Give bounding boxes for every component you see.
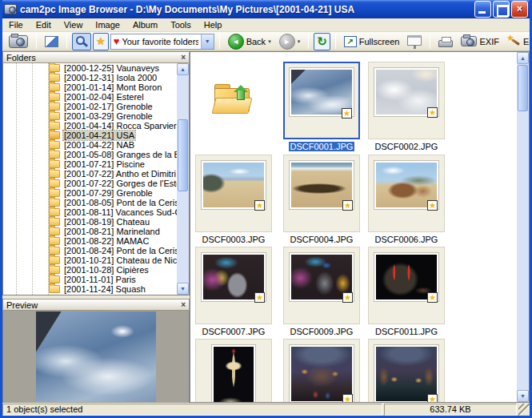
folder-icon	[49, 256, 60, 264]
thumbnail[interactable]: ★	[368, 247, 445, 324]
favorite-folders-combo[interactable]: ♥ Your favorite folders ▼	[110, 34, 214, 50]
toolbar-separator	[308, 34, 309, 49]
thumbnail-selected[interactable]: ★	[283, 62, 360, 139]
thumbnail[interactable]: ★	[195, 247, 272, 324]
folder-icon	[49, 237, 60, 245]
favorite-star-badge: ★	[342, 200, 353, 211]
scroll-down-icon[interactable]: ▼	[517, 390, 529, 402]
thumbnail[interactable]: ★	[283, 155, 360, 232]
menu-view[interactable]: View	[58, 19, 90, 30]
tree-folder[interactable]: [2001-10-28] Cipières	[3, 265, 189, 275]
resize-grip[interactable]	[518, 404, 530, 416]
tree-folder[interactable]: [2001-02-04] Esterel	[3, 92, 189, 102]
folders-close-icon[interactable]: ×	[181, 53, 186, 62]
menu-album[interactable]: Album	[126, 19, 164, 30]
tree-scrollbar-thumb[interactable]	[178, 119, 188, 191]
thumbnail-label: DSCF0002.JPG	[368, 141, 445, 152]
scroll-down-icon[interactable]: ▼	[177, 283, 189, 295]
tree-folder[interactable]: [2001-01-14] Mont Boron	[3, 82, 189, 92]
menu-help[interactable]: Help	[198, 19, 229, 30]
magnifier-icon	[76, 36, 85, 45]
title-bar[interactable]: cam2pc Image Browser - D:\My Documents\M…	[0, 0, 532, 18]
favorite-star-badge: ★	[254, 200, 265, 211]
thumbnail[interactable]: ★	[368, 62, 445, 139]
maximize-button[interactable]	[493, 1, 510, 18]
tree-folder[interactable]: [2001-08-22] MAMAC	[3, 236, 189, 246]
tree-folder[interactable]: [2001-07-21] Piscine	[3, 159, 189, 169]
tree-folder[interactable]: [2001-08-11] Vacances Sud-Ouest	[3, 207, 189, 217]
folder-tree: [2000-12-25] Vaunaveys [2000-12-31] Isol…	[2, 63, 190, 295]
tree-folder[interactable]: [2000-12-25] Vaunaveys	[3, 63, 189, 73]
exif-button[interactable]: EXIF	[458, 33, 502, 50]
menu-edit[interactable]: Edit	[30, 19, 58, 30]
favorites-button[interactable]: ★	[93, 33, 109, 50]
back-dropdown-caret[interactable]: ▾	[268, 38, 271, 45]
forward-dropdown-caret[interactable]: ▾	[298, 38, 301, 45]
grid-cell: ★ DSCF0006.JPG	[368, 155, 445, 245]
combo-dropdown-button[interactable]: ▼	[201, 34, 214, 49]
fullscreen-button[interactable]: ↗ Fullscreen	[341, 33, 403, 50]
tree-folder[interactable]: [2001-04-14] Rocca Sparviera	[3, 121, 189, 131]
thumbnail[interactable]: ★	[283, 247, 360, 324]
image-adjust-icon	[45, 36, 58, 47]
folder-up-icon	[213, 79, 254, 118]
close-button[interactable]: ×	[511, 1, 528, 18]
tree-folder[interactable]: [2001-02-17] Grenoble	[3, 102, 189, 111]
thumbnail[interactable]: ★	[283, 339, 360, 403]
tree-folder[interactable]: [2001-07-22] Antho et Dimitri	[3, 169, 189, 179]
tree-folder[interactable]: [2001-07-29] Grenoble	[3, 188, 189, 198]
tree-folder[interactable]: [2001-03-29] Grenoble	[3, 111, 189, 121]
tree-folder[interactable]: [2001-11-24] Squash	[3, 284, 189, 294]
tree-folder[interactable]: [2001-08-21] Marineland	[3, 227, 189, 236]
grid-cell: ★	[368, 339, 445, 403]
minimize-button[interactable]	[474, 1, 491, 18]
scroll-up-icon[interactable]: ▲	[517, 52, 529, 64]
slideshow-button[interactable]	[404, 33, 425, 50]
scroll-up-icon[interactable]: ▲	[177, 63, 189, 75]
tree-folder[interactable]: [2001-07-22] Gorges de l'Esteron	[3, 179, 189, 188]
tree-scrollbar[interactable]: ▲ ▼	[177, 63, 189, 295]
thumbnail[interactable]: ★	[368, 155, 445, 232]
menu-file[interactable]: File	[2, 19, 30, 30]
menu-image[interactable]: Image	[89, 19, 126, 30]
thumbnail[interactable]: ★	[368, 339, 445, 403]
tree-folder[interactable]: [2000-12-31] Isola 2000	[3, 73, 189, 82]
folders-panel-header: Folders ×	[2, 51, 190, 63]
thumbnail[interactable]: ★	[195, 155, 272, 232]
tree-folder[interactable]: [2001-08-24] Pont de la Cerise	[3, 246, 189, 255]
folder-icon	[49, 122, 60, 130]
thumbnail-label: DSCF0006.JPG	[368, 234, 445, 245]
menu-tools[interactable]: Tools	[164, 19, 198, 30]
favorite-star-badge: ★	[342, 394, 353, 403]
tree-folder-selected[interactable]: [2001-04-21] USA	[3, 131, 189, 140]
status-selection-text: 1 object(s) selected	[2, 404, 382, 416]
thumbnail-label: DSCF0004.JPG	[283, 234, 360, 245]
grid-scrollbar-thumb[interactable]	[518, 65, 528, 111]
print-button[interactable]	[435, 33, 456, 50]
browse-mode-button[interactable]	[72, 33, 91, 50]
folder-icon	[49, 227, 60, 235]
grid-scrollbar[interactable]: ▲ ▼	[517, 52, 529, 402]
tree-folder[interactable]: [2001-08-05] Pont de la Cerise	[3, 198, 189, 207]
parent-folder-item[interactable]	[195, 79, 272, 157]
toolbar-separator	[335, 34, 336, 49]
enhance-button[interactable]: Enhance	[504, 33, 530, 50]
folder-icon	[49, 208, 60, 216]
acquire-button[interactable]	[6, 33, 31, 50]
folder-icon	[49, 266, 60, 274]
forward-button[interactable]: ► ▾	[276, 33, 304, 50]
tree-folder[interactable]: [2001-05-08] Granges de la Brasque	[3, 150, 189, 159]
preview-close-icon[interactable]: ×	[181, 300, 186, 309]
tree-folder[interactable]: [2001-08-19] Chateau	[3, 217, 189, 227]
refresh-button[interactable]: ↻	[314, 33, 330, 50]
thumbnail-label: DSCF0001.JPG	[283, 141, 360, 152]
fullscreen-icon: ↗	[344, 36, 357, 47]
tree-folder[interactable]: [2001-11-01] Paris	[3, 275, 189, 284]
tree-folder[interactable]: [2001-04-22] NAB	[3, 140, 189, 150]
favorite-star-badge: ★	[342, 108, 352, 119]
adjust-button[interactable]	[42, 33, 62, 50]
folder-icon	[49, 64, 60, 72]
thumbnail[interactable]	[195, 339, 272, 403]
tree-folder[interactable]: [2001-10-21] Chateau de Nice	[3, 255, 189, 265]
back-button[interactable]: ◄ Back ▾	[225, 33, 274, 50]
